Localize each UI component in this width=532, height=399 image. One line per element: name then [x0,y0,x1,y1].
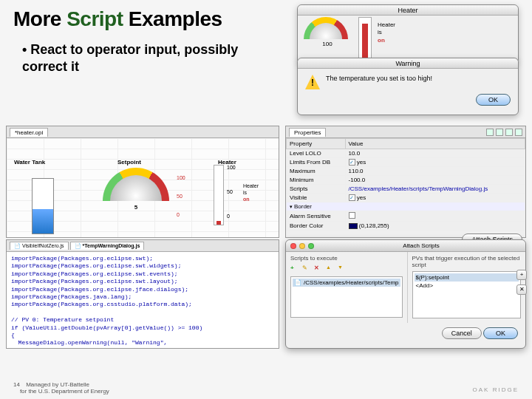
tab-tempwarning-script[interactable]: 📄 *TempWarningDialog.js [70,242,145,250]
ok-button[interactable]: OK [483,327,518,339]
prop-val[interactable]: /CSS/examples/Heater/scripts/TempWarning… [345,185,525,194]
checkbox-icon[interactable]: ✓ [349,159,355,166]
pvs-list[interactable]: $(P):setpoint <Add> [412,271,522,318]
zoom-icon[interactable] [308,243,314,249]
setpoint-ticks: 100 50 0 [177,175,185,231]
prop-val[interactable] [345,211,525,222]
list-item[interactable]: 📄 /CSS/examples/Heater/scripts/Temp [293,279,400,287]
script-path-text: /CSS/examples/Heater/scripts/Temp [304,279,399,286]
table-row[interactable]: Border Color (0,128,255) [287,222,525,231]
prop-key: Limits From DB [287,158,346,167]
move-up-icon[interactable]: ▲ [326,265,335,273]
tab-properties[interactable]: Properties [289,128,326,137]
page-number: 14 [13,381,20,388]
add-placeholder: <Add> [416,282,434,289]
heater-is-label: is [378,29,395,36]
tick: 100 [227,165,236,170]
heater-state-block: Heater is on [378,21,395,63]
scripts-list[interactable]: 📄 /CSS/examples/Heater/scripts/Temp [290,276,403,318]
table-row[interactable]: Scripts/CSS/examples/Heater/scripts/Temp… [287,185,525,194]
label-setpoint: Setpoint [117,159,141,166]
group-border[interactable]: Border [287,202,525,211]
prop-tool-icon[interactable] [515,129,522,136]
prop-val[interactable]: 110.0 [345,167,525,176]
cancel-button[interactable]: Cancel [442,327,482,339]
prop-tool-icon[interactable] [505,129,513,136]
water-tank-level [33,209,53,233]
group-label: Border [287,202,525,211]
list-item-add[interactable]: <Add> [415,282,519,290]
thermometer-mini [358,17,372,58]
prop-key: Visible [287,194,346,202]
slide-footer: 14 Managed by UT-Battelle for the U.S. D… [13,381,109,395]
table-row[interactable]: Level LOLO10.0 [287,149,525,158]
heater-status-sub: is [243,189,259,196]
table-row[interactable]: Alarm Sensitive [287,211,525,222]
col-property: Property [287,139,346,149]
prop-val[interactable]: ✓ yes [345,194,525,202]
pv-remove-icon[interactable]: ✕ [516,284,527,295]
checkbox-icon[interactable] [349,212,355,219]
prop-val-text: yes [357,194,366,201]
prop-val[interactable]: -100.0 [345,176,525,185]
setpoint-gauge[interactable]: 5 [103,168,169,234]
close-icon[interactable] [290,243,296,249]
tick: 100 [177,175,185,180]
minimize-icon[interactable] [299,243,305,249]
move-down-icon[interactable]: ▼ [338,265,347,273]
footer-line2: for the U.S. Department of Energy [20,388,109,395]
thermometer-widget[interactable] [214,165,224,225]
heater-preview-window: Heater 100 Heater is on [297,4,519,64]
gauge-mini: 100 [304,17,351,58]
thermometer-ticks: 100 50 0 [227,165,236,238]
prop-val[interactable]: (0,128,255) [345,222,525,231]
add-script-icon[interactable]: + [290,265,299,273]
tab-label: VisibleIfNotZero.js [22,243,64,248]
checkbox-icon[interactable]: ✓ [349,194,355,201]
editor-tabbar: *heater.opi [7,126,279,138]
ornl-logo: OAK RIDGE [473,386,519,393]
prop-val[interactable]: ✓ yes [345,158,525,167]
properties-pane: Properties PropertyValue Level LOLO10.0 … [285,126,526,238]
pv-text: $(P):setpoint [416,274,449,281]
heater-status-editor: Heater is on [243,183,259,202]
gauge-value: 5 [103,204,169,211]
remove-script-icon[interactable]: ✕ [314,265,323,273]
thermometer-mini-fill [362,24,368,58]
table-row[interactable]: Maximum110.0 [287,167,525,176]
attach-scripts-dialog: Attach Scripts Scripts to execute + ✎ ✕ … [285,239,526,349]
footer-line1: Managed by UT-Battelle [26,381,89,388]
scripts-toolbar: + ✎ ✕ ▲ ▼ [290,265,403,273]
prop-key: Scripts [287,185,346,194]
prop-tool-icon[interactable] [496,129,503,136]
table-row[interactable]: Limits From DB✓ yes [287,158,525,167]
script-editor-pane: 📄 VisibleIfNotZero.js 📄 *TempWarningDial… [6,239,279,349]
prop-val-text: yes [357,159,366,166]
heater-label: Heater [378,21,395,29]
gauge-mini-value: 100 [304,41,351,47]
script-text[interactable]: importPackage(Packages.org.eclipse.swt);… [7,252,279,349]
properties-toolbar [486,129,522,136]
pvs-column: PVs that trigger execution of the select… [408,252,526,323]
prop-val-text: (0,128,255) [359,222,389,229]
thermometer-fill [216,221,221,225]
pv-add-icon[interactable]: + [516,270,527,280]
prop-key: Border Color [287,222,346,231]
prop-val[interactable]: 10.0 [345,149,525,158]
tab-label: *TempWarningDialog.js [83,243,140,248]
table-row[interactable]: Minimum-100.0 [287,176,525,185]
warning-ok-button[interactable]: OK [476,94,511,106]
water-tank-widget[interactable] [32,178,54,234]
tab-heater-opi[interactable]: *heater.opi [10,128,48,137]
bullet-text: React to operator input, possibly correc… [0,33,266,75]
prop-tool-icon[interactable] [486,129,494,136]
attach-titlebar: Attach Scripts [286,240,525,252]
attach-title: Attach Scripts [317,242,525,249]
warning-message: The temperature you set is too high! [326,75,432,82]
list-item[interactable]: $(P):setpoint [415,273,519,282]
heater-status-label: Heater [243,183,259,189]
table-row[interactable]: Visible✓ yes [287,194,525,202]
edit-script-icon[interactable]: ✎ [302,265,311,273]
title-keyword: Script [66,7,123,30]
tab-visible-script[interactable]: 📄 VisibleIfNotZero.js [10,242,69,250]
